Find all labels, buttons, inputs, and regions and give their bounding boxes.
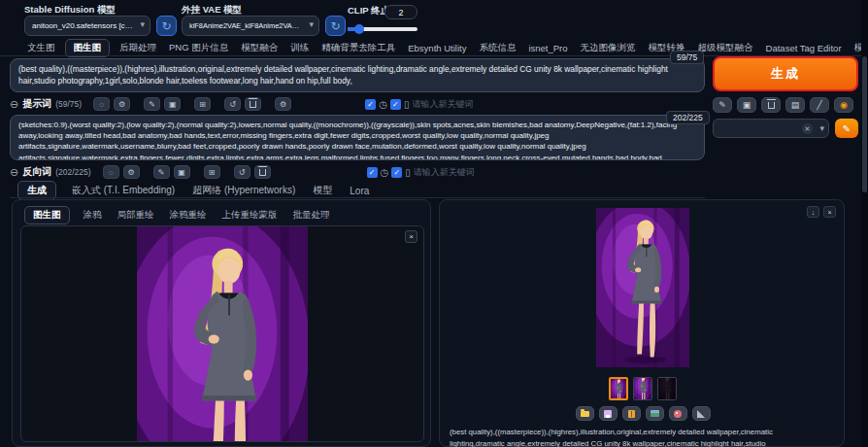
- source-image: [137, 226, 308, 442]
- clear-icon[interactable]: ✕: [802, 123, 813, 134]
- collapse-icon[interactable]: ⊖: [10, 166, 18, 179]
- refresh-icon: ↻: [330, 19, 340, 33]
- brush-button[interactable]: ╱: [810, 97, 829, 113]
- tab-lora[interactable]: Lora: [348, 184, 371, 198]
- tab-isnet-pro[interactable]: isnet_Pro: [525, 41, 570, 55]
- result-image[interactable]: [596, 208, 689, 367]
- card-icon: ▣: [178, 168, 185, 177]
- close-icon: ×: [827, 209, 831, 216]
- grid-button[interactable]: ⊞: [194, 97, 211, 111]
- remove-image-button[interactable]: ×: [405, 230, 417, 243]
- save-image-button[interactable]: [599, 406, 618, 421]
- keyword-checkbox-1[interactable]: ✓: [367, 167, 378, 178]
- copy-button[interactable]: ◌: [93, 97, 110, 111]
- tab-inpaint-upload[interactable]: 上传重绘蒙版: [220, 207, 280, 224]
- undo-button[interactable]: ↺: [234, 165, 250, 179]
- read-params-button[interactable]: ✎: [713, 97, 732, 113]
- page-scrollbar[interactable]: [861, 0, 868, 447]
- send-to-img2img-button[interactable]: [646, 406, 664, 421]
- chevron-down-icon: ▾: [140, 19, 145, 29]
- tab-png-info[interactable]: PNG 图片信息: [166, 40, 231, 56]
- tab-sketch[interactable]: 涂鸦: [82, 207, 104, 224]
- vae-select[interactable]: klF8Anime2VAE_klF8Anime2VAE.safetensors …: [182, 16, 319, 36]
- sd-model-select[interactable]: anitoon_v20.safetensors [c81ac65de7] ▾: [24, 16, 150, 36]
- gallery-thumbnail-2[interactable]: [633, 377, 652, 400]
- pencil-icon: ✎: [158, 168, 165, 177]
- circle-icon: ◌: [109, 168, 114, 177]
- send-to-inpaint-button[interactable]: [669, 406, 687, 421]
- edit-image-button[interactable]: ✎: [153, 165, 170, 179]
- download-image-button[interactable]: ↓: [807, 206, 819, 218]
- scrollbar-thumb[interactable]: [862, 56, 867, 192]
- keyword-checkbox-2[interactable]: ✓: [391, 167, 402, 178]
- gallery-top-buttons: ↓ ×: [807, 206, 836, 218]
- style-select[interactable]: ✕ ▾: [713, 119, 829, 138]
- tab-dataset-tag-editor[interactable]: Dataset Tag Editor: [763, 41, 845, 55]
- close-gallery-button[interactable]: ×: [823, 206, 836, 218]
- keyword-checkbox-1[interactable]: ✓: [365, 99, 376, 110]
- tab-inpaint[interactable]: 局部重绘: [116, 207, 156, 224]
- grid-icon: ⊞: [199, 100, 206, 109]
- new-keyword-input[interactable]: [412, 99, 504, 109]
- open-folder-button[interactable]: [576, 406, 594, 421]
- tab-img2img-mode[interactable]: 图生图: [24, 206, 70, 224]
- copy-button[interactable]: ◌: [103, 165, 119, 179]
- thumbnail-image: [611, 379, 626, 400]
- paste-params-button[interactable]: ▤: [785, 97, 805, 113]
- tab-batch[interactable]: 批量处理: [291, 207, 332, 224]
- tab-txt2img[interactable]: 文生图: [24, 40, 58, 56]
- prompt-input[interactable]: (best quality),((masterpiece)),(highres)…: [10, 58, 705, 92]
- save-zip-button[interactable]: [622, 406, 641, 421]
- save-preset-button[interactable]: ▣: [164, 97, 181, 111]
- tab-inpaint-sketch[interactable]: 涂鸦重绘: [168, 207, 209, 224]
- clear-prompt-button[interactable]: [245, 97, 261, 111]
- tab-system-info[interactable]: 系统信息: [476, 40, 518, 56]
- collapse-icon[interactable]: ⊖: [10, 98, 18, 111]
- tab-ebsynth[interactable]: Ebsynth Utility: [405, 41, 469, 55]
- tab-infinite-browser[interactable]: 无边图像浏览: [578, 40, 639, 56]
- apply-style-button[interactable]: ✎: [835, 119, 858, 138]
- check-icon: ✓: [367, 100, 374, 109]
- settings-button[interactable]: ⚙: [114, 97, 130, 111]
- card-icon[interactable]: ▯: [404, 99, 410, 110]
- style-palette-button[interactable]: ◉: [834, 97, 853, 113]
- save-preset-button[interactable]: ▣: [174, 165, 190, 179]
- clip-skip-value[interactable]: 2: [384, 5, 417, 19]
- undo-button[interactable]: ↺: [224, 97, 241, 111]
- tab-bg-remove[interactable]: 精确背景去除工具: [318, 40, 398, 56]
- img2img-mode-tabs: 图生图 涂鸦 局部重绘 涂鸦重绘 上传重绘蒙版 批量处理: [24, 206, 332, 224]
- vae-refresh-button[interactable]: ↻: [325, 16, 346, 36]
- prompt-settings-button[interactable]: ⚙: [275, 97, 291, 111]
- tab-train[interactable]: 训练: [287, 40, 312, 56]
- slider-handle[interactable]: [354, 24, 364, 34]
- tab-checkpoint-merger[interactable]: 模型融合: [238, 40, 281, 56]
- extra-networks-button[interactable]: ▣: [737, 97, 756, 113]
- gallery-actions: [440, 406, 846, 421]
- source-image-dropzone[interactable]: ×: [20, 225, 424, 442]
- clear-prompt-button[interactable]: [761, 97, 781, 113]
- card-icon: ▣: [743, 100, 751, 110]
- settings-button[interactable]: ⚙: [123, 165, 140, 179]
- gear-icon: ⚙: [280, 100, 286, 109]
- clock-icon[interactable]: ◷: [381, 167, 389, 178]
- generation-info-text: (best quality),((masterpiece)),(highres)…: [450, 427, 828, 447]
- prompt-keyword-cluster: ✓ ◷ ✓ ▯: [365, 99, 504, 110]
- gallery-thumbnail-3[interactable]: [657, 377, 677, 400]
- card-icon[interactable]: ▯: [405, 167, 411, 178]
- sd-model-refresh-button[interactable]: ↻: [156, 16, 177, 36]
- gallery-thumbnail-1[interactable]: [609, 377, 628, 400]
- send-to-extras-button[interactable]: [692, 406, 711, 421]
- clock-icon[interactable]: ◷: [379, 99, 387, 110]
- prompt-token-counter: 59/75: [670, 51, 704, 64]
- generate-button[interactable]: 生成: [713, 56, 858, 91]
- grid-button[interactable]: ⊞: [204, 165, 220, 179]
- keyword-checkbox-2[interactable]: ✓: [390, 99, 401, 110]
- new-keyword-input[interactable]: [414, 167, 506, 177]
- negative-prompt-input[interactable]: (sketches:0.9),(worst quality:2),(low qu…: [10, 115, 705, 160]
- edit-image-button[interactable]: ✎: [144, 97, 160, 111]
- clear-prompt-button[interactable]: [254, 165, 271, 179]
- generate-tools-row: ✎ ▣ ▤ ╱ ◉: [713, 97, 853, 113]
- main-tab-bar: 文生图 图生图 后期处理 PNG 图片信息 模型融合 训练 精确背景去除工具 E…: [24, 40, 859, 56]
- clip-skip-slider[interactable]: [348, 27, 417, 31]
- tab-extras[interactable]: 后期处理: [117, 40, 159, 56]
